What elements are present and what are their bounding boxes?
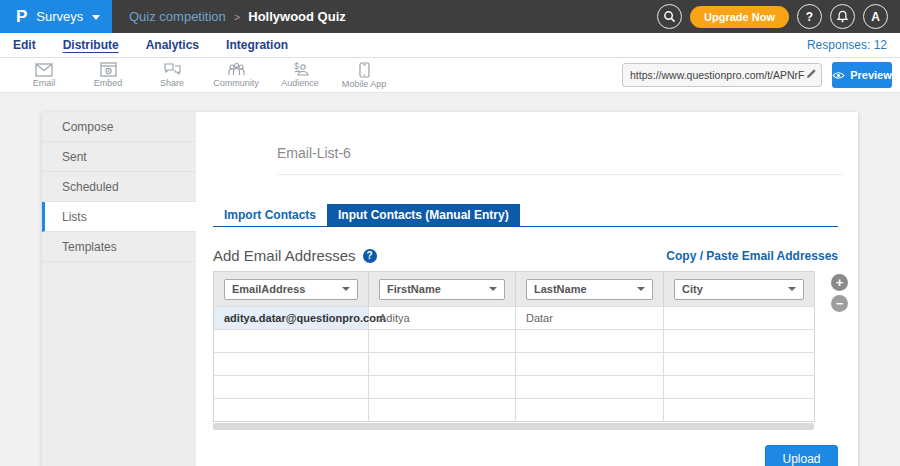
product-switcher[interactable]: Surveys: [36, 9, 83, 24]
sidebar-item-sent[interactable]: Sent: [42, 142, 196, 172]
sidebar-item-compose[interactable]: Compose: [42, 112, 196, 142]
smartphone-icon: [359, 62, 370, 78]
cell-city[interactable]: [664, 399, 815, 422]
email-lists-card: Compose Sent Scheduled Lists Templates E…: [42, 112, 858, 466]
cell-firstname[interactable]: Aditya: [369, 307, 516, 330]
email-icon: [35, 63, 53, 77]
chevron-down-icon: [637, 287, 645, 291]
search-icon[interactable]: [657, 4, 682, 29]
survey-url-field[interactable]: https://www.questionpro.com/t/APNrFZ: [622, 63, 822, 87]
channel-share[interactable]: Share: [140, 58, 204, 92]
list-detail-panel: Email-List-6 Import Contacts Input Conta…: [196, 112, 858, 466]
sidebar-item-scheduled[interactable]: Scheduled: [42, 172, 196, 202]
contacts-tab-row: Import Contacts Input Contacts (Manual E…: [213, 204, 838, 227]
contacts-table: EmailAddress FirstName LastName City adi…: [213, 271, 815, 422]
cell-lastname[interactable]: [516, 399, 664, 422]
cell-lastname[interactable]: Datar: [516, 307, 664, 330]
table-row: [214, 376, 815, 399]
sidebar-item-templates[interactable]: Templates: [42, 232, 196, 262]
top-bar: P Surveys Quiz competition > Hollywood Q…: [0, 0, 900, 33]
column-select-value: EmailAddress: [232, 283, 305, 295]
page-background: Compose Sent Scheduled Lists Templates E…: [0, 94, 900, 466]
add-email-heading: Add Email Addresses ?: [213, 247, 377, 264]
tab-input-contacts-manual[interactable]: Input Contacts (Manual Entry): [327, 204, 520, 226]
column-select-value: City: [682, 283, 703, 295]
table-row: aditya.datar@questionpro.com Aditya Data…: [214, 307, 815, 330]
survey-nav: Edit Distribute Analytics Integration Re…: [0, 33, 900, 58]
upgrade-now-button[interactable]: Upgrade Now: [690, 6, 789, 28]
help-icon[interactable]: ?: [797, 4, 822, 29]
channel-community[interactable]: Community: [204, 58, 268, 92]
cell-email[interactable]: [214, 330, 369, 353]
column-select-email[interactable]: EmailAddress: [224, 279, 358, 300]
table-row: [214, 330, 815, 353]
cell-firstname[interactable]: [369, 376, 516, 399]
copy-paste-link[interactable]: Copy / Paste Email Addresses: [666, 249, 838, 263]
tab-distribute[interactable]: Distribute: [63, 38, 119, 52]
survey-nav-items: Edit Distribute Analytics Integration: [13, 38, 807, 52]
edit-pencil-icon[interactable]: [805, 66, 817, 84]
title-divider: [277, 174, 843, 175]
channel-label: Email: [33, 78, 56, 88]
tab-analytics[interactable]: Analytics: [146, 38, 199, 52]
cell-lastname[interactable]: [516, 376, 664, 399]
cell-lastname[interactable]: [516, 353, 664, 376]
channel-email[interactable]: Email: [12, 58, 76, 92]
cell-email[interactable]: [214, 399, 369, 422]
distribute-toolbar: Email Embed Share Community $ Audience: [0, 58, 900, 93]
help-question-icon[interactable]: ?: [363, 249, 377, 263]
tab-edit[interactable]: Edit: [13, 38, 36, 52]
remove-row-button[interactable]: −: [831, 295, 848, 312]
email-sidebar: Compose Sent Scheduled Lists Templates: [42, 112, 196, 466]
audience-dollar-icon: $: [291, 62, 310, 77]
notifications-bell-icon[interactable]: [830, 4, 855, 29]
chevron-down-icon: [788, 287, 796, 291]
column-select-firstname[interactable]: FirstName: [379, 279, 505, 300]
column-select-lastname[interactable]: LastName: [526, 279, 653, 300]
logo-area[interactable]: P Surveys: [0, 0, 112, 33]
breadcrumb: Quiz competition > Hollywood Quiz: [112, 9, 657, 24]
cell-firstname[interactable]: [369, 353, 516, 376]
add-row-button[interactable]: +: [831, 274, 848, 291]
breadcrumb-current: Hollywood Quiz: [248, 9, 346, 24]
table-header-row: EmailAddress FirstName LastName City: [214, 272, 815, 307]
sidebar-item-lists[interactable]: Lists: [42, 202, 196, 232]
survey-url-value[interactable]: https://www.questionpro.com/t/APNrFZ: [630, 69, 805, 81]
table-row: [214, 353, 815, 376]
breadcrumb-separator: >: [234, 11, 240, 23]
list-title-block: Email-List-6: [277, 145, 843, 175]
horizontal-scrollbar[interactable]: [213, 423, 814, 430]
upload-button[interactable]: Upload: [765, 445, 838, 466]
add-email-header-row: Add Email Addresses ? Copy / Paste Email…: [213, 247, 838, 264]
breadcrumb-parent[interactable]: Quiz competition: [129, 9, 226, 24]
cell-email[interactable]: [214, 353, 369, 376]
channel-label: Community: [213, 78, 259, 88]
share-bubbles-icon: [163, 62, 181, 77]
column-select-value: FirstName: [387, 283, 441, 295]
responses-count[interactable]: Responses: 12: [807, 38, 887, 52]
avatar[interactable]: A: [863, 4, 888, 29]
column-select-city[interactable]: City: [674, 279, 804, 300]
cell-email[interactable]: [214, 376, 369, 399]
tab-integration[interactable]: Integration: [226, 38, 288, 52]
upload-area: Upload: [213, 445, 838, 466]
cell-city[interactable]: [664, 353, 815, 376]
channel-label: Mobile App: [342, 79, 387, 89]
cell-firstname[interactable]: [369, 330, 516, 353]
cell-lastname[interactable]: [516, 330, 664, 353]
cell-email[interactable]: aditya.datar@questionpro.com: [214, 307, 369, 330]
cell-city[interactable]: [664, 307, 815, 330]
cell-city[interactable]: [664, 330, 815, 353]
column-select-value: LastName: [534, 283, 587, 295]
questionpro-logo[interactable]: P: [16, 7, 27, 27]
channel-embed[interactable]: Embed: [76, 58, 140, 92]
preview-button[interactable]: Preview: [832, 62, 892, 88]
cell-city[interactable]: [664, 376, 815, 399]
channel-audience[interactable]: $ Audience: [268, 58, 332, 92]
page-title: Email-List-6: [277, 145, 843, 161]
table-row: [214, 399, 815, 422]
channel-label: Embed: [94, 78, 123, 88]
tab-import-contacts[interactable]: Import Contacts: [213, 204, 327, 226]
cell-firstname[interactable]: [369, 399, 516, 422]
channel-mobile-app[interactable]: Mobile App: [332, 58, 396, 92]
